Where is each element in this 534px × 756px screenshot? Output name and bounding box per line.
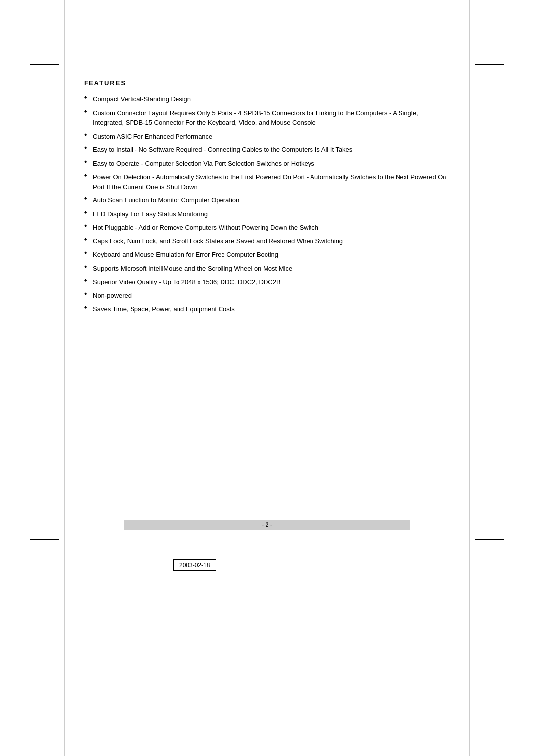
feature-item-8: LED Display For Easy Status Monitoring xyxy=(84,209,450,219)
page-number: - 2 - xyxy=(262,521,272,528)
features-list: Compact Vertical-Standing DesignCustom C… xyxy=(84,94,450,314)
feature-item-9: Hot Pluggable - Add or Remove Computers … xyxy=(84,223,450,233)
date-box: 2003-02-18 xyxy=(173,559,216,571)
feature-item-7: Auto Scan Function to Monitor Computer O… xyxy=(84,195,450,205)
date-text: 2003-02-18 xyxy=(179,562,210,568)
feature-item-14: Non-powered xyxy=(84,291,450,301)
feature-item-15: Saves Time, Space, Power, and Equipment … xyxy=(84,304,450,314)
feature-item-3: Custom ASIC For Enhanced Performance xyxy=(84,132,450,142)
feature-item-11: Keyboard and Mouse Emulation for Error F… xyxy=(84,250,450,260)
feature-item-2: Custom Connector Layout Requires Only 5 … xyxy=(84,108,450,128)
dash-top-right xyxy=(475,64,504,65)
border-right xyxy=(469,0,470,756)
section-heading: Features xyxy=(84,79,450,87)
feature-item-12: Supports Microsoft IntelliMouse and the … xyxy=(84,264,450,274)
feature-item-13: Superior Video Quality - Up To 2048 x 15… xyxy=(84,277,450,287)
feature-item-5: Easy to Operate - Computer Selection Via… xyxy=(84,159,450,169)
dash-bottom-right xyxy=(475,539,504,540)
border-left xyxy=(64,0,65,756)
feature-item-10: Caps Lock, Num Lock, and Scroll Lock Sta… xyxy=(84,236,450,246)
feature-item-4: Easy to Install - No Software Required -… xyxy=(84,145,450,155)
content-area: Features Compact Vertical-Standing Desig… xyxy=(84,79,450,318)
footer-bar: - 2 - xyxy=(124,520,410,530)
dash-bottom-left xyxy=(30,539,59,540)
feature-item-1: Compact Vertical-Standing Design xyxy=(84,94,450,104)
dash-top-left xyxy=(30,64,59,65)
feature-item-6: Power On Detection - Automatically Switc… xyxy=(84,172,450,191)
page-wrapper: Features Compact Vertical-Standing Desig… xyxy=(0,0,534,756)
